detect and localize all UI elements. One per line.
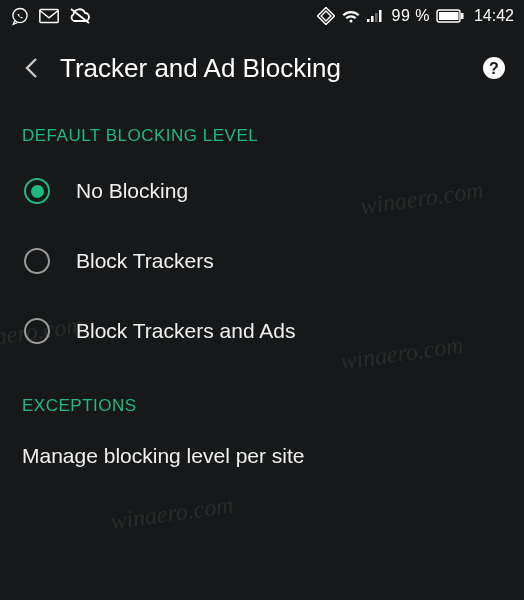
svg-rect-10	[461, 13, 464, 19]
manage-per-site-link[interactable]: Manage blocking level per site	[0, 426, 524, 486]
cellular-signal-icon	[367, 8, 385, 24]
wifi-icon	[341, 8, 361, 24]
radio-label: Block Trackers and Ads	[76, 319, 295, 343]
battery-icon	[436, 9, 464, 23]
radio-label: No Blocking	[76, 179, 188, 203]
svg-rect-5	[367, 19, 370, 22]
radio-icon	[24, 178, 50, 204]
page-title: Tracker and Ad Blocking	[60, 53, 468, 84]
watermark: winaero.com	[109, 492, 235, 536]
whatsapp-icon	[10, 6, 30, 26]
cloud-off-icon	[68, 6, 92, 26]
status-bar: 99 % 14:42	[0, 0, 524, 32]
svg-rect-8	[379, 10, 382, 22]
radio-option-block-trackers-ads[interactable]: Block Trackers and Ads	[0, 296, 524, 366]
page-header: Tracker and Ad Blocking ?	[0, 32, 524, 96]
svg-rect-11	[439, 12, 459, 20]
svg-point-0	[13, 9, 27, 23]
radio-option-block-trackers[interactable]: Block Trackers	[0, 226, 524, 296]
radio-icon	[24, 248, 50, 274]
battery-percent: 99 %	[391, 7, 429, 25]
radio-icon	[24, 318, 50, 344]
section-heading-exceptions: EXCEPTIONS	[0, 366, 524, 426]
svg-rect-4	[322, 11, 332, 21]
svg-text:?: ?	[489, 60, 499, 77]
section-heading-default-blocking: DEFAULT BLOCKING LEVEL	[0, 96, 524, 156]
status-clock: 14:42	[474, 7, 514, 25]
svg-rect-6	[371, 16, 374, 22]
help-button[interactable]: ?	[478, 52, 510, 84]
back-button[interactable]	[14, 50, 50, 86]
svg-rect-7	[375, 13, 378, 22]
manage-per-site-label: Manage blocking level per site	[22, 444, 305, 467]
radio-label: Block Trackers	[76, 249, 214, 273]
chevron-left-icon	[22, 56, 42, 80]
radio-option-no-blocking[interactable]: No Blocking	[0, 156, 524, 226]
nfc-icon	[317, 7, 335, 25]
svg-rect-1	[40, 10, 58, 23]
help-icon: ?	[482, 56, 506, 80]
gmail-icon	[38, 6, 60, 26]
